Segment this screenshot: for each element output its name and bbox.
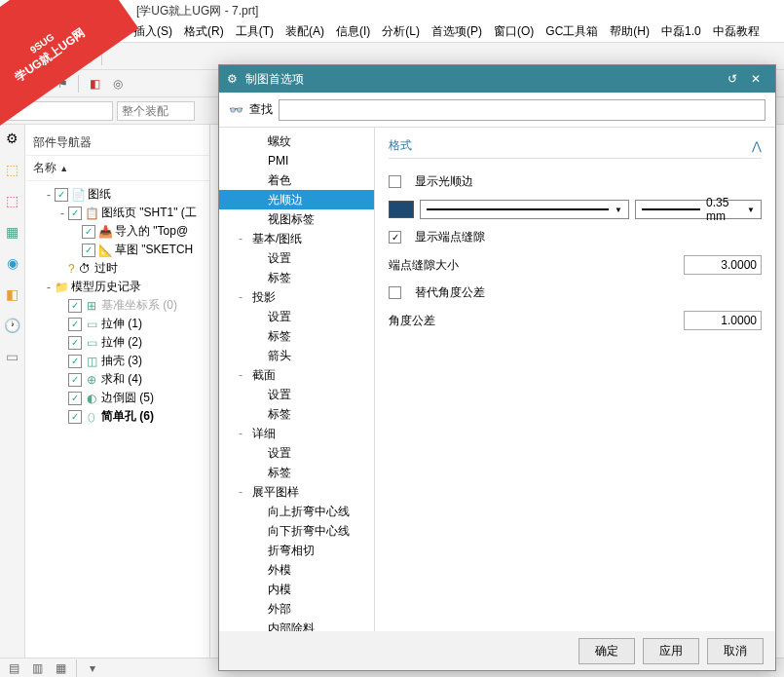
tree-row[interactable]: ✓⊕求和 (4) — [27, 370, 207, 389]
category-item[interactable]: 标签 — [219, 404, 374, 424]
tree-row[interactable]: ?⏱过时 — [27, 259, 207, 278]
dialog-footer: 确定 应用 取消 — [219, 631, 775, 670]
category-item[interactable]: 折弯相切 — [219, 541, 374, 560]
search-bar: 👓 查找 — [219, 93, 775, 128]
left-icon-strip: ⚙ ⬚ ⬚ ▦ ◉ ◧ 🕐 ▭ — [0, 125, 25, 677]
category-item[interactable]: 外模 — [219, 560, 374, 580]
tree-view: -✓📄图纸-✓📋图纸页 "SHT1" (工✓📥导入的 "Top@✓📐草图 "SK… — [25, 181, 209, 677]
search-label: 查找 — [249, 101, 273, 118]
reset-icon[interactable]: ↺ — [721, 72, 744, 86]
category-item[interactable]: -截面 — [219, 365, 374, 385]
menu-item[interactable]: 格式(R) — [179, 21, 229, 42]
tree-row[interactable]: ✓▭拉伸 (1) — [27, 315, 207, 333]
tree-row[interactable]: -✓📋图纸页 "SHT1" (工 — [27, 204, 207, 222]
category-item[interactable]: 内模 — [219, 580, 374, 599]
color-swatch[interactable] — [389, 201, 414, 218]
settings-form: 格式 ⋀ 显示光顺边 ▼ 0.35 mm ▼ ✓ 显示端 — [375, 128, 775, 631]
status-icon-3[interactable]: ▦ — [51, 660, 70, 676]
column-header[interactable]: 名称 ▲ — [25, 156, 209, 181]
show-endgap-label: 显示端点缝隙 — [415, 229, 762, 245]
status-dd[interactable]: ▾ — [83, 660, 102, 676]
status-icon-2[interactable]: ▥ — [27, 660, 47, 676]
target-icon[interactable]: ◎ — [108, 74, 128, 94]
linetype-dropdown[interactable]: ▼ — [420, 200, 629, 219]
nav6-icon[interactable]: 🕐 — [3, 316, 22, 335]
nav1-icon[interactable]: ⬚ — [3, 160, 22, 179]
tree-row[interactable]: -✓📄图纸 — [27, 185, 207, 204]
category-item[interactable]: 向下折弯中心线 — [219, 521, 374, 541]
tree-row[interactable]: ✓◫抽壳 (3) — [27, 352, 207, 370]
menu-item[interactable]: 装配(A) — [280, 21, 329, 42]
category-tree: 螺纹PMI着色光顺边视图标签-基本/图纸设置标签-投影设置标签箭头-截面设置标签… — [219, 128, 375, 631]
category-item[interactable]: 着色 — [219, 170, 374, 190]
cancel-button[interactable]: 取消 — [707, 638, 764, 664]
menu-item[interactable]: 帮助(H) — [605, 21, 654, 42]
category-item[interactable]: -基本/图纸 — [219, 229, 374, 248]
menu-item[interactable]: 中磊1.0 — [656, 21, 706, 42]
part-navigator: 部件导航器 名称 ▲ -✓📄图纸-✓📋图纸页 "SHT1" (工✓📥导入的 "T… — [25, 125, 210, 677]
category-item[interactable]: -详细 — [219, 424, 374, 443]
dialog-titlebar: ⚙ 制图首选项 ↺ ✕ — [219, 65, 775, 93]
gear-icon[interactable]: ⚙ — [3, 129, 22, 148]
category-item[interactable]: 标签 — [219, 268, 374, 287]
menu-item[interactable]: 窗口(O) — [489, 21, 539, 42]
menu-item[interactable]: 信息(I) — [331, 21, 375, 42]
tree-row[interactable]: ✓⬯简单孔 (6) — [27, 407, 207, 426]
category-item[interactable]: 设置 — [219, 385, 374, 404]
menu-item[interactable]: 分析(L) — [377, 21, 425, 42]
close-icon[interactable]: ✕ — [744, 72, 767, 86]
format-section-header[interactable]: 格式 ⋀ — [389, 137, 762, 159]
navigator-title: 部件导航器 — [25, 131, 209, 156]
category-item[interactable]: 标签 — [219, 463, 374, 482]
show-endgap-checkbox[interactable]: ✓ — [389, 231, 401, 244]
tree-row[interactable]: ✓◐边倒圆 (5) — [27, 389, 207, 407]
menu-item[interactable]: 首选项(P) — [427, 21, 487, 42]
category-item[interactable]: -展平图样 — [219, 482, 374, 502]
category-item[interactable]: 向上折弯中心线 — [219, 502, 374, 521]
menu-item[interactable]: 中磊教程 — [708, 21, 765, 42]
category-item[interactable]: 标签 — [219, 326, 374, 346]
category-item[interactable]: 外部 — [219, 599, 374, 619]
tree-row[interactable]: ✓📥导入的 "Top@ — [27, 222, 207, 241]
category-item[interactable]: 视图标签 — [219, 209, 374, 229]
nav7-icon[interactable]: ▭ — [3, 347, 22, 366]
binoculars-icon: 👓 — [229, 103, 243, 117]
preferences-dialog: ⚙ 制图首选项 ↺ ✕ 👓 查找 螺纹PMI着色光顺边视图标签-基本/图纸设置标… — [218, 64, 776, 671]
category-item[interactable]: 设置 — [219, 248, 374, 268]
nav4-icon[interactable]: ◉ — [3, 253, 22, 273]
apply-button[interactable]: 应用 — [643, 638, 699, 664]
tree-row[interactable]: -📁模型历史记录 — [27, 278, 207, 296]
category-item[interactable]: PMI — [219, 151, 374, 170]
status-icon-1[interactable]: ▤ — [4, 660, 23, 676]
collapse-icon[interactable]: ⋀ — [752, 139, 762, 153]
nav2-icon[interactable]: ⬚ — [3, 191, 22, 210]
menu-item[interactable]: GC工具箱 — [541, 21, 603, 42]
override-checkbox[interactable] — [389, 286, 401, 299]
category-item[interactable]: 箭头 — [219, 346, 374, 365]
category-item[interactable]: 光顺边 — [219, 190, 374, 209]
red-icon[interactable]: ◧ — [85, 74, 104, 94]
category-item[interactable]: 螺纹 — [219, 132, 374, 151]
endgap-size-label: 端点缝隙大小 — [389, 257, 676, 274]
endgap-input[interactable] — [684, 255, 762, 275]
nav5-icon[interactable]: ◧ — [3, 284, 22, 304]
tolerance-input[interactable] — [684, 311, 762, 330]
assembly-input[interactable] — [117, 101, 195, 121]
show-smooth-checkbox[interactable] — [389, 175, 401, 188]
tree-row[interactable]: ✓📐草图 "SKETCH — [27, 241, 207, 259]
tree-row[interactable]: ✓▭拉伸 (2) — [27, 333, 207, 352]
gear-icon: ⚙ — [227, 72, 238, 86]
category-item[interactable]: 内部除料 — [219, 619, 374, 631]
ok-button[interactable]: 确定 — [579, 638, 635, 664]
tolerance-label: 角度公差 — [389, 313, 676, 329]
category-item[interactable]: -投影 — [219, 287, 374, 307]
category-item[interactable]: 设置 — [219, 443, 374, 463]
dialog-title: 制图首选项 — [245, 71, 304, 88]
nav3-icon[interactable]: ▦ — [3, 222, 22, 242]
tree-row[interactable]: ✓⊞基准坐标系 (0) — [27, 296, 207, 315]
window-title: [学UG就上UG网 - 7.prt] — [136, 3, 258, 19]
linewidth-dropdown[interactable]: 0.35 mm ▼ — [635, 200, 762, 219]
search-input[interactable] — [279, 99, 765, 121]
menu-item[interactable]: 工具(T) — [231, 21, 279, 42]
category-item[interactable]: 设置 — [219, 307, 374, 326]
